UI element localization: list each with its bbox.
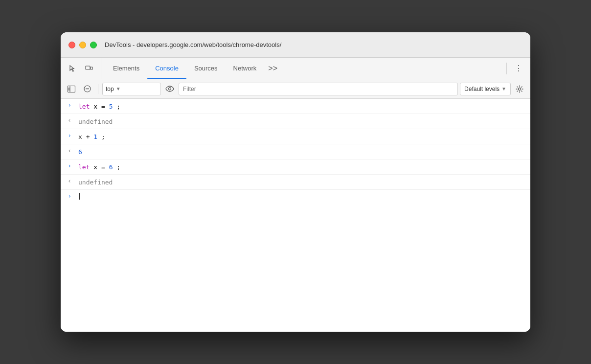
settings-button[interactable] <box>513 82 526 96</box>
result-value: 6 <box>78 148 82 156</box>
devtools-menu-button[interactable]: ⋮ <box>511 61 526 76</box>
toolbar-divider-1 <box>98 84 98 94</box>
text-cursor <box>79 193 80 200</box>
number-literal: 6 <box>109 163 113 171</box>
more-tabs-button[interactable]: >> <box>264 58 281 79</box>
entry-content: let x = 5 ; <box>78 101 526 112</box>
clear-console-button[interactable] <box>80 82 94 96</box>
variable-name: x <box>78 133 82 140</box>
svg-point-10 <box>519 88 521 90</box>
entry-result: undefined <box>78 177 526 187</box>
entry-result: undefined <box>78 116 526 127</box>
tab-console[interactable]: Console <box>147 58 186 79</box>
tab-right-actions: ⋮ <box>504 58 526 79</box>
entry-input-arrow: › <box>61 101 78 109</box>
title-bar: DevTools - developers.google.com/web/too… <box>61 32 530 58</box>
show-console-sidebar-button[interactable] <box>65 82 78 96</box>
console-input-line[interactable]: › <box>61 190 530 204</box>
svg-point-9 <box>169 88 171 90</box>
levels-arrow: ▼ <box>501 86 506 91</box>
entry-input-arrow: › <box>61 131 78 139</box>
number-literal: 5 <box>109 103 113 110</box>
undefined-value: undefined <box>78 118 113 125</box>
keyword: let <box>78 163 90 171</box>
live-expressions-button[interactable] <box>163 82 177 96</box>
console-entry-3-result: ‹ undefined <box>61 175 530 190</box>
device-toolbar-icon[interactable] <box>81 61 97 76</box>
tabs-bar: Elements Console Sources Network >> <box>61 58 530 79</box>
console-toolbar: top ▼ Default levels ▼ <box>61 79 530 99</box>
entry-content: let x = 6 ; <box>78 161 526 172</box>
entry-output-arrow: ‹ <box>61 116 78 124</box>
entry-output-arrow: ‹ <box>61 146 78 154</box>
entry-result: 6 <box>78 146 526 157</box>
window-content: Elements Console Sources Network >> <box>61 58 530 332</box>
entry-content: x + 1 ; <box>78 131 526 142</box>
console-input-area[interactable] <box>78 192 526 200</box>
entry-input-arrow: › <box>61 161 78 169</box>
console-output[interactable]: › let x = 5 ; ‹ undefined › x <box>61 99 530 332</box>
tab-elements[interactable]: Elements <box>105 58 147 79</box>
keyword: let <box>78 103 90 110</box>
undefined-value: undefined <box>78 179 113 186</box>
console-entry-1-input: › let x = 5 ; <box>61 99 530 114</box>
window-title: DevTools - developers.google.com/web/too… <box>105 41 281 48</box>
tab-network[interactable]: Network <box>226 58 265 79</box>
devtools-window: DevTools - developers.google.com/web/too… <box>61 32 530 332</box>
tab-sources[interactable]: Sources <box>186 58 226 79</box>
console-entry-2-input: › x + 1 ; <box>61 129 530 144</box>
console-entry-1-result: ‹ undefined <box>61 114 530 129</box>
javascript-context-select[interactable]: top ▼ <box>102 83 161 95</box>
console-entry-2-result: ‹ 6 <box>61 144 530 159</box>
minimize-button[interactable] <box>79 42 86 48</box>
console-prompt-arrow: › <box>61 192 78 200</box>
svg-rect-1 <box>91 67 92 69</box>
tab-toolbar-icons <box>65 58 101 79</box>
maximize-button[interactable] <box>90 42 97 48</box>
console-entry-3-input: › let x = 6 ; <box>61 159 530 175</box>
inspect-element-icon[interactable] <box>65 61 80 76</box>
context-select-arrow: ▼ <box>116 86 121 91</box>
log-level-select[interactable]: Default levels ▼ <box>460 83 511 95</box>
tab-divider <box>506 63 507 74</box>
svg-rect-0 <box>86 66 90 69</box>
close-button[interactable] <box>68 42 75 48</box>
number-literal: 1 <box>93 133 97 140</box>
traffic-lights <box>68 42 97 48</box>
entry-output-arrow: ‹ <box>61 177 78 184</box>
filter-input[interactable] <box>179 83 458 95</box>
tabs: Elements Console Sources Network >> <box>105 58 504 79</box>
